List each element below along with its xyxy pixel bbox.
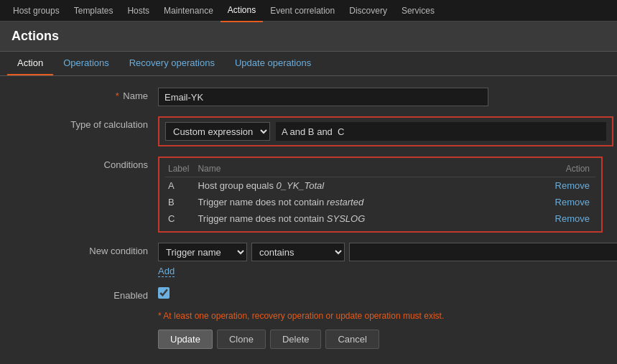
add-condition-link[interactable]: Add bbox=[158, 266, 175, 277]
nav-actions[interactable]: Actions bbox=[221, 0, 263, 22]
calc-container: Custom expression And/Or And Or bbox=[158, 116, 613, 146]
nav-host-groups[interactable]: Host groups bbox=[6, 0, 67, 22]
top-navigation: Host groups Templates Hosts Maintenance … bbox=[0, 0, 617, 22]
content-area: Action Operations Recovery operations Up… bbox=[0, 52, 617, 360]
condition-label-b: B bbox=[165, 194, 195, 210]
conditions-label: Conditions bbox=[14, 157, 158, 170]
cancel-button[interactable]: Cancel bbox=[325, 330, 379, 349]
condition-value-input[interactable] bbox=[349, 243, 617, 261]
condition-label-a: A bbox=[165, 177, 195, 195]
conditions-table: Label Name Action A Host group equals 0_… bbox=[165, 162, 595, 227]
remove-condition-b[interactable]: Remove bbox=[555, 197, 590, 207]
warning-message: At least one operation, recovery operati… bbox=[163, 311, 444, 321]
tab-update-operations[interactable]: Update operations bbox=[225, 52, 321, 75]
condition-name-a: Host group equals 0_YK_Total bbox=[195, 177, 516, 195]
name-label: * Name bbox=[14, 88, 158, 101]
enabled-row: Enabled bbox=[14, 287, 603, 301]
delete-button[interactable]: Delete bbox=[270, 330, 322, 349]
update-button[interactable]: Update bbox=[158, 330, 213, 349]
tab-bar: Action Operations Recovery operations Up… bbox=[0, 52, 617, 76]
nav-discovery[interactable]: Discovery bbox=[342, 0, 394, 22]
condition-action-b: Remove bbox=[516, 194, 595, 210]
tab-action[interactable]: Action bbox=[7, 52, 53, 75]
enabled-label: Enabled bbox=[14, 287, 158, 301]
remove-condition-a[interactable]: Remove bbox=[555, 180, 590, 191]
page-title: Actions bbox=[0, 22, 617, 52]
enabled-control bbox=[158, 287, 603, 299]
clone-button[interactable]: Clone bbox=[217, 330, 266, 349]
new-condition-row: New condition Trigger name Host group Ho… bbox=[14, 243, 603, 277]
condition-row-b: B Trigger name does not contain restarte… bbox=[165, 194, 595, 210]
new-condition-label: New condition bbox=[14, 243, 158, 256]
conditions-wrapper: Label Name Action A Host group equals 0_… bbox=[158, 157, 603, 233]
col-header-label: Label bbox=[165, 162, 195, 177]
condition-action-a: Remove bbox=[516, 177, 595, 195]
action-buttons: Update Clone Delete Cancel bbox=[158, 330, 603, 349]
enabled-checkbox[interactable] bbox=[158, 287, 170, 299]
new-condition-controls: Trigger name Host group Host Trigger sev… bbox=[158, 243, 617, 277]
name-required-star: * bbox=[116, 90, 119, 101]
calc-type-select[interactable]: Custom expression And/Or And Or bbox=[165, 122, 270, 141]
contains-select[interactable]: contains does not contain equals does no… bbox=[251, 243, 345, 261]
calc-expression-input[interactable] bbox=[276, 122, 606, 141]
calc-row: Type of calculation Custom expression An… bbox=[14, 116, 603, 146]
condition-label-c: C bbox=[165, 210, 195, 227]
add-link-wrapper: Add bbox=[158, 261, 617, 277]
nav-event-correlation[interactable]: Event correlation bbox=[263, 0, 342, 22]
condition-action-c: Remove bbox=[516, 210, 595, 227]
condition-name-c: Trigger name does not contain SYSLOG bbox=[195, 210, 516, 227]
tab-operations[interactable]: Operations bbox=[53, 52, 119, 75]
tab-recovery-operations[interactable]: Recovery operations bbox=[119, 52, 225, 75]
condition-row-a: A Host group equals 0_YK_Total Remove bbox=[165, 177, 595, 195]
nav-hosts[interactable]: Hosts bbox=[120, 0, 157, 22]
name-row: * Name bbox=[14, 88, 603, 106]
condition-row-c: C Trigger name does not contain SYSLOG R… bbox=[165, 210, 595, 227]
calc-label: Type of calculation bbox=[14, 116, 158, 130]
condition-name-b: Trigger name does not contain restarted bbox=[195, 194, 516, 210]
warning-required-icon: * bbox=[158, 311, 162, 321]
new-condition-inputs: Trigger name Host group Host Trigger sev… bbox=[158, 243, 617, 261]
nav-maintenance[interactable]: Maintenance bbox=[157, 0, 221, 22]
remove-condition-c[interactable]: Remove bbox=[555, 213, 590, 224]
conditions-box: Label Name Action A Host group equals 0_… bbox=[158, 157, 603, 233]
col-header-action: Action bbox=[516, 162, 595, 177]
warning-row: * At least one operation, recovery opera… bbox=[158, 311, 603, 321]
action-form: * Name Type of calculation Custom expres… bbox=[0, 76, 617, 360]
nav-templates[interactable]: Templates bbox=[67, 0, 121, 22]
name-field-wrapper bbox=[158, 88, 603, 106]
calc-field-wrapper: Custom expression And/Or And Or bbox=[158, 116, 613, 146]
name-input[interactable] bbox=[158, 88, 488, 106]
trigger-name-select[interactable]: Trigger name Host group Host Trigger sev… bbox=[158, 243, 247, 261]
nav-services[interactable]: Services bbox=[394, 0, 442, 22]
col-header-name: Name bbox=[195, 162, 516, 177]
conditions-row: Conditions Label Name Action bbox=[14, 157, 603, 233]
